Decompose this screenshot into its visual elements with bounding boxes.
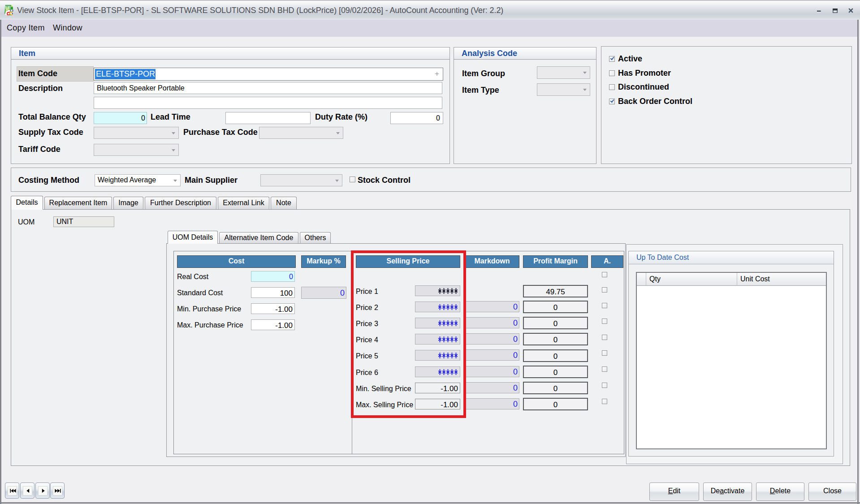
svg-text:2.2: 2.2: [10, 9, 14, 12]
